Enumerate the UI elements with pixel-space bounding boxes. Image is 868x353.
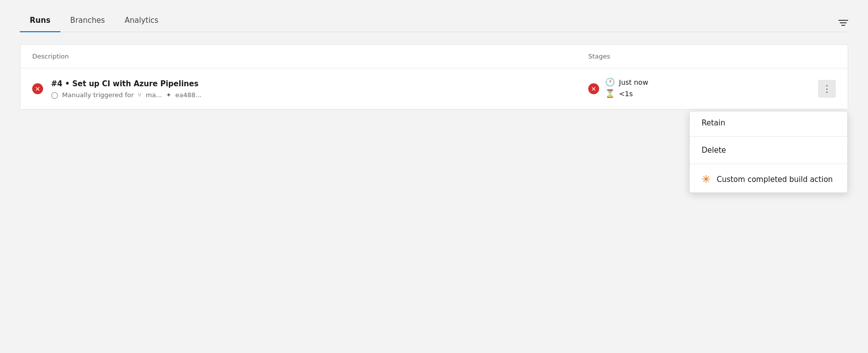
row-status-icon: ✕	[32, 83, 43, 94]
branch-icon: ⑂	[138, 91, 142, 99]
time-line-duration: ⏳ <1s	[605, 89, 812, 98]
branch-text: ma...	[146, 91, 162, 99]
commit-text: ea488...	[175, 91, 202, 99]
table-card: Description Stages ✕ #4 • Set up CI with…	[20, 44, 848, 110]
col-header-stages: Stages	[588, 53, 836, 60]
error-circle-icon: ✕	[32, 83, 43, 94]
tab-branches[interactable]: Branches	[60, 10, 115, 32]
row-title: #4 • Set up CI with Azure Pipelines	[51, 79, 588, 88]
user-icon: ◯	[51, 91, 58, 99]
stage-error-circle: ✕	[588, 83, 599, 94]
main-content: Description Stages ✕ #4 • Set up CI with…	[20, 32, 848, 121]
filter-button[interactable]	[838, 20, 848, 32]
context-menu-divider-2	[690, 164, 847, 164]
tab-runs[interactable]: Runs	[20, 10, 60, 32]
table-header: Description Stages	[20, 45, 848, 68]
row-meta: ◯ Manually triggered for ⑂ ma... ✦ ea488…	[51, 91, 588, 99]
clock-calendar-icon: 🕐	[605, 77, 615, 87]
time-label: Just now	[619, 78, 648, 86]
table-row: ✕ #4 • Set up CI with Azure Pipelines ◯ …	[20, 68, 848, 109]
custom-action-label: Custom completed build action	[716, 175, 832, 184]
commit-icon: ✦	[166, 91, 171, 99]
col-header-description: Description	[32, 53, 588, 60]
filter-icon	[838, 20, 848, 26]
more-options-button[interactable]: ⋮	[818, 80, 836, 98]
row-stages: ✕ 🕐 Just now ⏳ <1s	[588, 77, 836, 100]
context-menu-divider-1	[690, 136, 847, 137]
page-container: Runs Branches Analytics Description Stag…	[0, 0, 868, 353]
trigger-text: Manually triggered for	[62, 91, 134, 99]
context-menu-item-retain[interactable]: Retain	[690, 112, 847, 134]
tab-bar: Runs Branches Analytics	[20, 0, 848, 32]
asterisk-icon: ✳	[702, 173, 711, 185]
context-menu: Retain Delete ✳ Custom completed build a…	[689, 111, 848, 193]
tab-analytics[interactable]: Analytics	[115, 10, 168, 32]
context-menu-item-custom-action[interactable]: ✳ Custom completed build action	[690, 166, 847, 192]
stages-time-info: 🕐 Just now ⏳ <1s	[605, 77, 812, 100]
context-menu-item-delete[interactable]: Delete	[690, 139, 847, 162]
row-description: #4 • Set up CI with Azure Pipelines ◯ Ma…	[51, 79, 588, 99]
row-wrapper: ✕ #4 • Set up CI with Azure Pipelines ◯ …	[20, 68, 848, 109]
stopwatch-icon: ⏳	[605, 89, 615, 98]
stage-error-icon: ✕	[588, 83, 599, 94]
time-line-timestamp: 🕐 Just now	[605, 77, 812, 87]
duration-text: <1s	[619, 90, 633, 98]
